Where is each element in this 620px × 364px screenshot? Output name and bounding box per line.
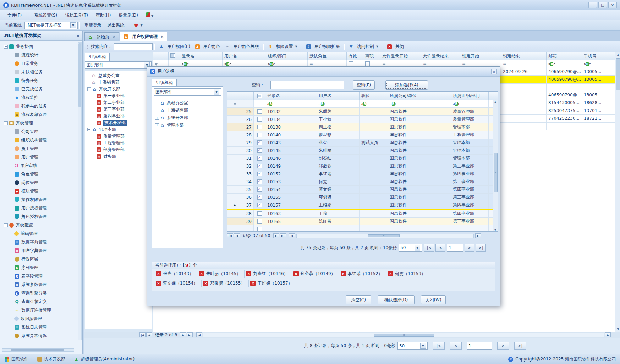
chevron-down-icon[interactable]: ▼ <box>214 89 219 95</box>
row-checkbox[interactable] <box>257 164 262 168</box>
column-header[interactable]: 有效 <box>347 52 363 60</box>
sidebar-item[interactable]: 岗位管理 <box>15 178 77 187</box>
remove-user-icon[interactable]: × <box>341 271 346 276</box>
prev-record-button[interactable]: ◀ <box>234 233 240 238</box>
sidebar-item[interactable]: 用户审核 <box>15 161 77 170</box>
page-size-combo[interactable]: 50 ▼ <box>399 244 422 252</box>
row-checkbox[interactable] <box>257 133 262 137</box>
add-selection-button[interactable]: 添加选择(A) <box>385 80 428 90</box>
sidebar-item[interactable]: 流程表单管理 <box>15 110 77 119</box>
grid-vscrollbar[interactable]: ▲▼ <box>615 52 620 332</box>
access-control-button[interactable]: 访问控制▼ <box>346 43 381 51</box>
row-checkbox[interactable] <box>257 148 262 153</box>
remove-user-icon[interactable]: × <box>250 281 256 286</box>
sidebar-item[interactable]: 查询引擎定义 <box>15 297 77 306</box>
sidebar-item[interactable]: 用户字典管理 <box>15 246 77 255</box>
sidebar-item-group[interactable]: −系统管理 <box>4 119 77 127</box>
scroll-right-button[interactable]: ▶ <box>475 233 481 238</box>
table-row-current[interactable]: ▶3710157王维娟国思软件第四事业部 <box>227 201 498 210</box>
close-tab-button[interactable]: 关闭 <box>385 43 406 51</box>
tab-user-permission[interactable]: 用户权限管理 × <box>120 32 167 41</box>
sidebar-item[interactable]: 数据字典管理 <box>15 238 77 246</box>
sidebar-item[interactable]: 系统异常情况 <box>15 331 77 340</box>
row-checkbox[interactable] <box>257 172 262 176</box>
prev-record-button[interactable]: ◀ <box>146 332 152 337</box>
chevron-down-icon[interactable]: ▼ <box>415 245 420 251</box>
expander-icon[interactable]: − <box>87 128 91 131</box>
sidebar-item[interactable]: 待办任务 <box>15 76 77 85</box>
sidebar-item[interactable]: 流程监控 <box>15 93 77 102</box>
dialog-tree-item[interactable]: +管理本部 <box>155 122 223 129</box>
row-checkbox[interactable] <box>257 109 262 114</box>
column-header[interactable]: 职位 <box>360 92 388 100</box>
row-checkbox[interactable] <box>257 156 262 161</box>
first-page-button[interactable]: |< <box>433 342 445 350</box>
table-row[interactable]: 3010145朱叶丽国思软件管理本部 <box>227 147 498 155</box>
sidebar-item[interactable]: 角色授权管理 <box>15 212 77 221</box>
table-row[interactable]: 3310152李红瑞国思软件第四事业部 <box>227 170 498 178</box>
chevron-down-icon[interactable]: ▼ <box>70 22 76 28</box>
favorites-button[interactable]: ♥▼ <box>131 22 146 29</box>
org-company-combo[interactable]: 国思软件 ▼ <box>85 61 152 69</box>
column-header[interactable]: 锁定结束 <box>501 52 547 60</box>
row-checkbox[interactable] <box>257 125 262 129</box>
prev-page-button[interactable]: < <box>450 342 462 350</box>
scroll-left-button[interactable]: ◀ <box>289 233 295 238</box>
sidebar-item[interactable]: 编码管理 <box>15 229 77 238</box>
dialog-close-button[interactable]: 关闭(W) <box>421 295 446 304</box>
org-tree-item[interactable]: 第三事业部 <box>97 106 152 113</box>
sidebar-item[interactable]: 角色管理 <box>15 170 77 178</box>
row-checkbox[interactable] <box>257 140 262 145</box>
sidebar-item[interactable]: 未认领任务 <box>15 68 77 76</box>
permission-extend-button[interactable]: 用户权限扩展 <box>304 43 342 51</box>
column-header[interactable]: 用户名 <box>223 52 266 60</box>
expander-icon[interactable]: − <box>87 87 91 91</box>
expander-icon[interactable]: + <box>155 116 159 120</box>
dialog-tree-item[interactable]: 上海销售部 <box>160 107 223 114</box>
expander-icon[interactable]: − <box>4 223 8 227</box>
sidebar-item[interactable]: 行政区域 <box>15 255 77 263</box>
scroll-right-button[interactable]: ▶ <box>605 332 611 337</box>
remove-user-icon[interactable]: × <box>203 281 208 286</box>
table-row[interactable]: 3910165陈红彬国思软件第三事业部 <box>227 218 498 225</box>
sidebar-item[interactable]: 操作权限管理 <box>15 195 77 204</box>
sidebar-vscrollbar[interactable] <box>78 42 82 340</box>
collapse-sidebar-icon[interactable]: « <box>77 33 79 38</box>
table-row[interactable]: 3610155邓俊贤国思软件第三事业部 <box>227 194 498 201</box>
row-checkbox[interactable] <box>257 219 262 224</box>
minimize-button[interactable]: ─ <box>588 2 597 8</box>
sidebar-item[interactable]: 用户授权管理 <box>15 204 77 212</box>
column-header[interactable]: 允许登录结束 <box>421 52 460 60</box>
sidebar-item[interactable]: 序列管理 <box>15 263 77 272</box>
table-row[interactable]: 3110146刘春红国思软件管理本部 <box>227 155 498 162</box>
last-record-button[interactable]: ▶| <box>187 332 193 337</box>
table-row[interactable]: 2810140廖品彩国思软件工程管理部 <box>227 131 498 139</box>
dialog-org-tab[interactable]: 组织机构 <box>152 79 177 86</box>
confirm-selection-button[interactable]: 确认选择(D) <box>378 295 415 304</box>
dialog-title-bar[interactable]: R 用户选择 <box>147 67 500 77</box>
sidebar-item[interactable]: 模块管理 <box>15 187 77 195</box>
table-row[interactable]: 2510132朱麒蓉国思软件质量管理部 <box>227 108 498 116</box>
row-checkbox[interactable] <box>257 187 262 192</box>
org-tree-item[interactable]: 总裁办公室 <box>92 72 152 79</box>
sidebar-item[interactable]: MiniWeb浏览器 <box>15 340 77 342</box>
maximize-button[interactable]: □ <box>598 2 607 8</box>
expander-icon[interactable]: − <box>4 45 8 49</box>
sidebar-item[interactable]: 系统日志管理 <box>15 323 77 331</box>
dialog-company-combo[interactable]: 国思软件 ▼ <box>154 88 221 96</box>
row-checkbox[interactable] <box>257 195 262 200</box>
next-record-button[interactable]: ▶ <box>273 233 279 238</box>
close-button[interactable]: × <box>608 2 617 8</box>
sidebar-item[interactable]: 组织机构管理 <box>15 136 77 144</box>
menu-help[interactable]: 帮助(H) <box>92 11 114 19</box>
menu-system-settings[interactable]: 系统设置(S) <box>31 11 61 19</box>
sidebar-item[interactable]: 数据库连接管理 <box>15 306 77 314</box>
table-row[interactable]: 2710138周正松国思软件管理本部 <box>227 123 498 131</box>
column-header[interactable]: 登录名 <box>180 52 223 60</box>
sidebar-item[interactable]: 员工管理 <box>15 144 77 153</box>
row-checkbox[interactable] <box>257 117 262 122</box>
column-header[interactable]: 登录名 <box>265 92 317 100</box>
remove-user-icon[interactable]: × <box>156 271 161 276</box>
sidebar-item[interactable]: 数据源管理 <box>15 314 77 323</box>
search-input[interactable] <box>114 43 153 50</box>
